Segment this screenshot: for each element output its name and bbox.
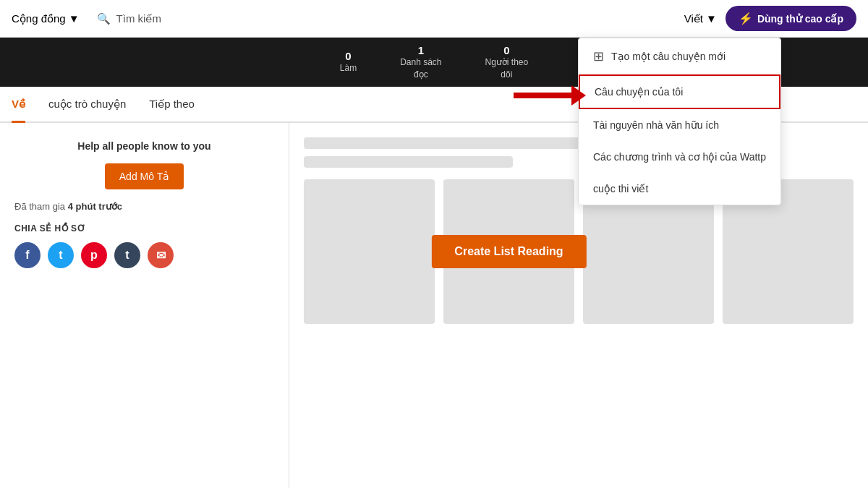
joined-text: Đã tham gia 4 phút trước: [14, 201, 274, 212]
stat-danh-sach-label: Danh sáchđọc: [400, 57, 441, 80]
header: Cộng đồng ▼ 🔍 Tìm kiếm Viết ▼ ⚡ Dùng thử…: [0, 0, 868, 38]
writing-contest-item[interactable]: cuộc thi viết: [579, 173, 780, 205]
stat-lam: 0 Làm: [340, 50, 357, 74]
programs-label: Các chương trình và cơ hội của Wattp: [593, 151, 766, 163]
premium-button[interactable]: ⚡ Dùng thử cao cấp: [726, 6, 856, 31]
new-story-icon: ⊞: [593, 48, 604, 64]
viet-dropdown[interactable]: Viết ▼: [684, 12, 717, 25]
pinterest-icon[interactable]: p: [81, 242, 107, 268]
help-text: Help all people know to you: [14, 140, 274, 152]
share-title: CHIA SẺ HỒ SƠ: [14, 223, 274, 234]
create-new-story-label: Tạo một câu chuyện mới: [611, 51, 726, 62]
tab-ve[interactable]: Về: [12, 87, 25, 123]
programs-item[interactable]: Các chương trình và cơ hội của Wattp: [579, 141, 780, 173]
tumblr-icon[interactable]: t: [114, 242, 140, 268]
social-icons: f t p t ✉: [14, 242, 274, 268]
stat-danh-sach: 1 Danh sáchđọc: [400, 44, 441, 80]
stat-lam-num: 0: [340, 50, 357, 62]
stat-danh-sach-num: 1: [400, 44, 441, 56]
create-list-reading-button[interactable]: Create List Reading: [431, 235, 586, 268]
book-placeholder-1: [304, 179, 435, 324]
premium-label: Dùng thử cao cấp: [757, 13, 843, 25]
viet-label: Viết: [684, 12, 703, 25]
left-panel: Help all people know to you Add Mô Tả Đã…: [0, 123, 289, 488]
joined-label: Đã tham gia: [14, 201, 65, 212]
lightning-icon: ⚡: [739, 12, 753, 25]
joined-time: 4 phút trước: [68, 201, 122, 212]
writing-contest-label: cuộc thi viết: [593, 183, 648, 194]
create-new-story-item[interactable]: ⊞ Tạo một câu chuyện mới: [579, 38, 780, 74]
header-left: Cộng đồng ▼ 🔍 Tìm kiếm: [12, 12, 161, 25]
viet-dropdown-menu: ⊞ Tạo một câu chuyện mới Câu chuyện của …: [578, 38, 781, 205]
search-area[interactable]: 🔍 Tìm kiếm: [97, 12, 161, 25]
resources-item[interactable]: Tài nguyên nhà văn hữu ích: [579, 109, 780, 141]
twitter-icon[interactable]: t: [48, 242, 74, 268]
search-text: Tìm kiếm: [116, 12, 161, 25]
community-dropdown[interactable]: Cộng đồng ▼: [12, 12, 80, 25]
my-stories-item[interactable]: Câu chuyện của tôi: [579, 74, 780, 109]
community-label: Cộng đồng: [12, 12, 66, 25]
caret-icon: ▼: [69, 12, 80, 25]
email-icon[interactable]: ✉: [148, 242, 174, 268]
book-placeholder-2: Create List Reading: [443, 179, 574, 324]
tab-tiep-theo[interactable]: Tiếp theo: [149, 87, 195, 123]
resources-label: Tài nguyên nhà văn hữu ích: [593, 119, 719, 131]
stat-nguoi-theo: 0 Người theodõi: [485, 44, 529, 80]
header-right: Viết ▼ ⚡ Dùng thử cao cấp: [684, 6, 856, 31]
facebook-icon[interactable]: f: [14, 242, 41, 268]
add-description-button[interactable]: Add Mô Tả: [105, 163, 184, 189]
tab-cuoc-tro-chuyen[interactable]: cuộc trò chuyện: [48, 87, 126, 123]
viet-caret: ▼: [706, 12, 717, 25]
my-stories-label: Câu chuyện của tôi: [595, 86, 683, 98]
stat-nguoi-theo-num: 0: [485, 44, 529, 56]
placeholder-bar-narrow: [304, 156, 513, 168]
search-icon: 🔍: [97, 12, 111, 25]
stat-nguoi-theo-label: Người theodõi: [485, 57, 529, 80]
stat-lam-label: Làm: [340, 63, 357, 73]
